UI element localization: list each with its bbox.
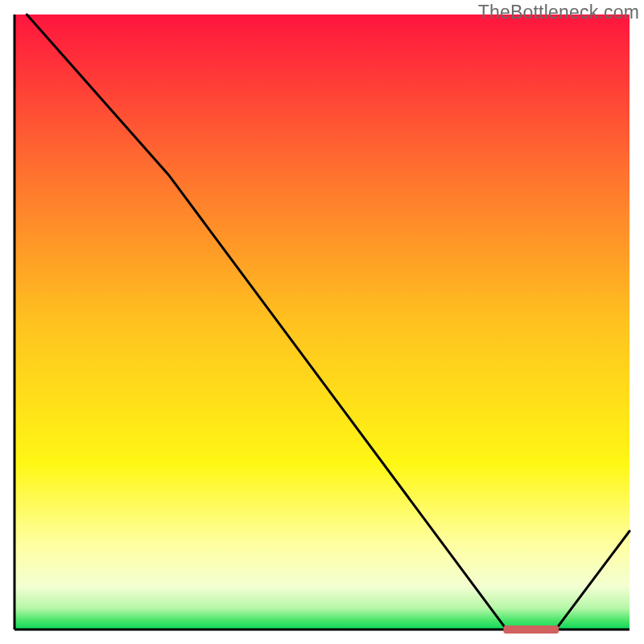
plot-background (14, 14, 630, 630)
bottleneck-chart: TheBottleneck.com (0, 0, 644, 644)
attribution-text: TheBottleneck.com (478, 2, 639, 23)
optimal-marker (503, 625, 559, 634)
chart-svg (0, 0, 644, 644)
